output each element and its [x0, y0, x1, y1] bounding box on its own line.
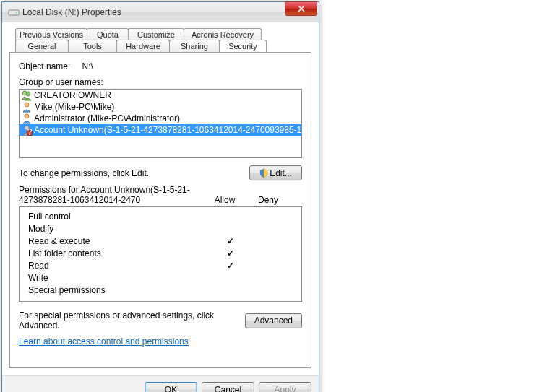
- group-icon: [21, 90, 33, 101]
- user-name: Mike (Mike-PC\Mike): [34, 102, 114, 112]
- allow-check: ✓: [209, 248, 252, 258]
- drive-icon: [8, 6, 20, 18]
- apply-button[interactable]: Apply: [259, 382, 311, 392]
- permission-name: Read: [25, 261, 209, 271]
- permission-row: Write: [25, 271, 296, 284]
- allow-col-header: Allow: [203, 195, 246, 205]
- permission-name: List folder contents: [25, 248, 209, 258]
- tab-row-back: Previous VersionsQuotaCustomizeAcronis R…: [15, 28, 311, 40]
- properties-dialog: Local Disk (N:) Properties Previous Vers…: [1, 1, 319, 392]
- tab-previous-versions[interactable]: Previous Versions: [15, 28, 87, 40]
- security-tab-panel: Object name: N:\ Group or user names: CR…: [9, 52, 311, 368]
- allow-check: ✓: [209, 261, 252, 271]
- user-icon: [21, 101, 33, 113]
- group-users-label: Group or user names:: [19, 77, 302, 87]
- unknown-user-icon: ?: [21, 124, 33, 136]
- edit-hint: To change permissions, click Edit.: [19, 168, 249, 178]
- tab-hardware[interactable]: Hardware: [116, 40, 170, 52]
- permission-row: Read & execute✓: [25, 235, 296, 247]
- deny-col-header: Deny: [246, 195, 290, 205]
- close-button[interactable]: [285, 1, 317, 16]
- group-user-list[interactable]: CREATOR OWNERMike (Mike-PC\Mike)Administ…: [19, 89, 302, 158]
- tab-customize[interactable]: Customize: [128, 28, 184, 40]
- user-row[interactable]: ?Account Unknown(S-1-5-21-4273878281-106…: [20, 124, 301, 136]
- user-name: Account Unknown(S-1-5-21-4273878281-1063…: [34, 125, 302, 135]
- dialog-footer: OK Cancel Apply: [2, 375, 319, 392]
- user-row[interactable]: Administrator (Mike-PC\Administrator): [20, 113, 301, 124]
- permission-row: Special permissions: [25, 284, 296, 296]
- permissions-for-label: Permissions for Account Unknown(S-1-5-21…: [19, 185, 203, 205]
- tab-control: Previous VersionsQuotaCustomizeAcronis R…: [9, 28, 311, 368]
- permission-name: Full control: [25, 212, 209, 222]
- permission-row: Read✓: [25, 259, 296, 271]
- tab-general[interactable]: General: [15, 40, 69, 52]
- user-name: Administrator (Mike-PC\Administrator): [34, 113, 180, 123]
- svg-point-1: [16, 12, 17, 13]
- permission-name: Write: [25, 273, 209, 283]
- permission-row: Full control: [25, 210, 296, 222]
- user-icon: [21, 113, 33, 124]
- permission-row: Modify: [25, 222, 296, 235]
- dialog-content: Previous VersionsQuotaCustomizeAcronis R…: [2, 22, 319, 375]
- advanced-hint: For special permissions or advanced sett…: [19, 310, 245, 331]
- object-name-value: N:\: [82, 61, 93, 71]
- user-row[interactable]: CREATOR OWNER: [20, 90, 301, 101]
- permission-name: Modify: [25, 224, 209, 234]
- tab-security[interactable]: Security: [219, 40, 267, 53]
- tab-quota[interactable]: Quota: [87, 28, 129, 40]
- title-bar[interactable]: Local Disk (N:) Properties: [2, 2, 319, 22]
- permission-row: List folder contents✓: [25, 247, 296, 259]
- svg-point-5: [25, 114, 29, 118]
- ok-button[interactable]: OK: [145, 382, 197, 392]
- tab-tools[interactable]: Tools: [68, 40, 117, 52]
- object-name-row: Object name: N:\: [19, 61, 302, 71]
- tab-acronis-recovery[interactable]: Acronis Recovery: [184, 28, 262, 40]
- permission-name: Special permissions: [25, 285, 209, 295]
- object-name-label: Object name:: [19, 61, 70, 71]
- shield-icon: [259, 169, 268, 178]
- user-row[interactable]: Mike (Mike-PC\Mike): [20, 101, 301, 113]
- tab-sharing[interactable]: Sharing: [169, 40, 220, 52]
- svg-point-3: [26, 92, 30, 96]
- user-name: CREATOR OWNER: [34, 90, 111, 100]
- allow-check: ✓: [209, 236, 252, 246]
- svg-point-4: [25, 103, 29, 107]
- advanced-button[interactable]: Advanced: [245, 313, 302, 328]
- svg-text:?: ?: [27, 127, 33, 136]
- learn-link[interactable]: Learn about access control and permissio…: [19, 336, 189, 347]
- edit-button[interactable]: Edit...: [249, 165, 302, 180]
- cancel-button[interactable]: Cancel: [202, 382, 254, 392]
- window-title: Local Disk (N:) Properties: [22, 7, 319, 17]
- permission-name: Read & execute: [25, 236, 209, 246]
- tab-row-front: GeneralToolsHardwareSharingSecurity: [15, 40, 311, 52]
- permissions-list: Full controlModifyRead & execute✓List fo…: [19, 206, 302, 302]
